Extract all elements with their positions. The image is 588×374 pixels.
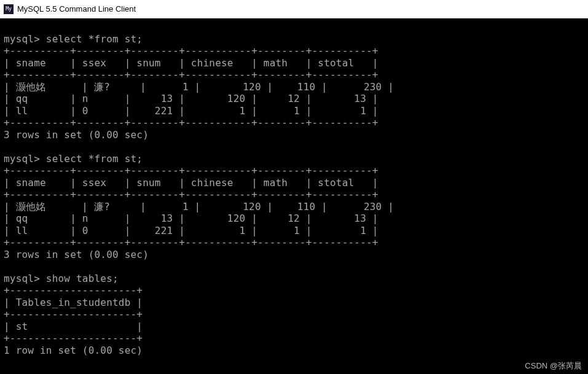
window-title: MySQL 5.5 Command Line Client: [17, 4, 136, 14]
watermark: CSDN @张芮晨: [525, 360, 582, 372]
app-icon: My: [4, 4, 14, 14]
window-titlebar[interactable]: My MySQL 5.5 Command Line Client: [0, 0, 588, 18]
terminal-output[interactable]: mysql> select *from st; +----------+----…: [0, 18, 588, 374]
